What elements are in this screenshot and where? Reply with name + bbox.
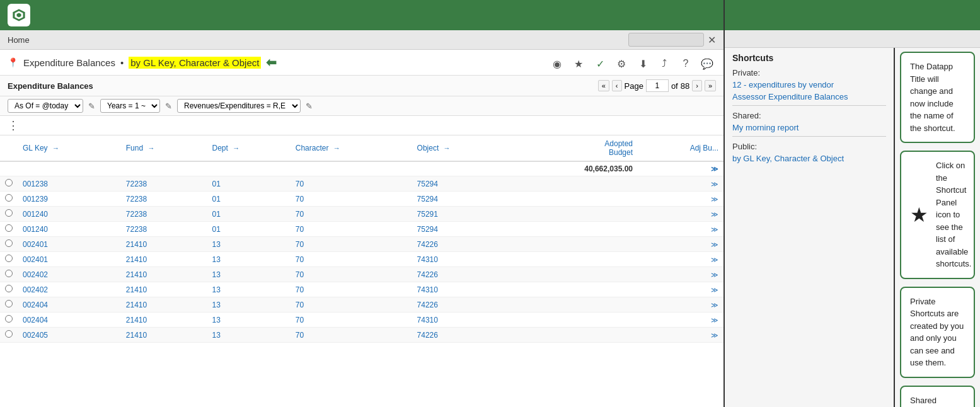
gl-key-sort-icon[interactable]: →	[52, 144, 59, 152]
row-dept-4[interactable]: 13	[207, 237, 290, 252]
th-gl-key[interactable]: GL Key →	[18, 135, 121, 161]
row-expand-3[interactable]: ≫	[638, 222, 723, 237]
row-gl-key-10[interactable]: 002405	[18, 328, 121, 343]
comment-icon-btn[interactable]: 💬	[698, 55, 716, 72]
row-character-2[interactable]: 70	[291, 207, 412, 222]
download-icon-btn[interactable]: ⬇	[634, 55, 652, 72]
th-object[interactable]: Object →	[412, 135, 509, 161]
row-dept-8[interactable]: 13	[207, 297, 290, 312]
row-radio-7[interactable]	[0, 282, 18, 297]
app-logo[interactable]	[8, 4, 30, 26]
row-object-7[interactable]: 74310	[412, 282, 509, 297]
row-expand-7[interactable]: ≫	[638, 282, 723, 297]
row-gl-key-8[interactable]: 002404	[18, 297, 121, 312]
row-radio-9[interactable]	[0, 312, 18, 328]
row-gl-key-4[interactable]: 002401	[18, 237, 121, 252]
row-character-4[interactable]: 70	[291, 237, 412, 252]
gear-icon-btn[interactable]: ⚙	[613, 55, 630, 72]
th-adj-budget[interactable]: Adj Bu...	[638, 135, 723, 161]
next-page-btn[interactable]: ›	[692, 80, 702, 91]
object-sort-icon[interactable]: →	[444, 144, 451, 152]
row-object-5[interactable]: 74310	[412, 252, 509, 267]
row-object-10[interactable]: 74226	[412, 328, 509, 343]
row-expand-10[interactable]: ≫	[638, 328, 723, 343]
row-fund-1[interactable]: 72238	[121, 192, 207, 207]
row-dept-1[interactable]: 01	[207, 192, 290, 207]
check-icon-btn[interactable]: ✓	[591, 55, 609, 72]
row-object-1[interactable]: 75294	[412, 192, 509, 207]
row-dept-7[interactable]: 13	[207, 282, 290, 297]
row-dept-6[interactable]: 13	[207, 267, 290, 282]
row-dept-5[interactable]: 13	[207, 252, 290, 267]
th-fund[interactable]: Fund →	[121, 135, 207, 161]
row-character-9[interactable]: 70	[291, 312, 412, 328]
row-expand-0[interactable]: ≫	[638, 176, 723, 192]
first-page-btn[interactable]: «	[598, 80, 609, 91]
row-expand-6[interactable]: ≫	[638, 267, 723, 282]
row-dept-3[interactable]: 01	[207, 222, 290, 237]
row-radio-6[interactable]	[0, 267, 18, 282]
character-sort-icon[interactable]: →	[333, 144, 340, 152]
row-object-6[interactable]: 74226	[412, 267, 509, 282]
row-fund-5[interactable]: 21410	[121, 252, 207, 267]
shortcut-assessor[interactable]: Assessor Expenditure Balances	[725, 91, 894, 103]
row-expand-8[interactable]: ≫	[638, 297, 723, 312]
row-expand-2[interactable]: ≫	[638, 207, 723, 222]
row-radio-5[interactable]	[0, 252, 18, 267]
row-object-0[interactable]: 75294	[412, 176, 509, 192]
fund-sort-icon[interactable]: →	[147, 144, 154, 152]
row-expand-9[interactable]: ≫	[638, 312, 723, 328]
page-input[interactable]: 1	[646, 79, 669, 92]
th-dept[interactable]: Dept →	[207, 135, 290, 161]
row-gl-key-0[interactable]: 001238	[18, 176, 121, 192]
years-edit-icon[interactable]: ✎	[165, 101, 172, 111]
row-gl-key-3[interactable]: 001240	[18, 222, 121, 237]
row-fund-8[interactable]: 21410	[121, 297, 207, 312]
row-object-9[interactable]: 74310	[412, 312, 509, 328]
shortcut-morning-report[interactable]: My morning report	[725, 122, 894, 134]
row-character-3[interactable]: 70	[291, 222, 412, 237]
prev-page-btn[interactable]: ‹	[612, 80, 622, 91]
row-gl-key-9[interactable]: 002404	[18, 312, 121, 328]
row-radio-1[interactable]	[0, 192, 18, 207]
row-radio-8[interactable]	[0, 297, 18, 312]
row-radio-3[interactable]	[0, 222, 18, 237]
row-fund-3[interactable]: 72238	[121, 222, 207, 237]
row-object-8[interactable]: 74226	[412, 297, 509, 312]
row-expand-1[interactable]: ≫	[638, 192, 723, 207]
help-icon-btn[interactable]: ?	[677, 55, 695, 72]
last-page-btn[interactable]: »	[705, 80, 716, 91]
row-radio-2[interactable]	[0, 207, 18, 222]
dots-menu-icon[interactable]: ⋮	[8, 119, 20, 132]
nav-icon-btn[interactable]: ◉	[548, 55, 566, 72]
table-wrapper[interactable]: GL Key → Fund → Dept → Character	[0, 135, 723, 407]
row-gl-key-6[interactable]: 002402	[18, 267, 121, 282]
total-expand[interactable]: ≫	[711, 165, 718, 173]
row-character-0[interactable]: 70	[291, 176, 412, 192]
rev-exp-edit-icon[interactable]: ✎	[306, 101, 313, 111]
row-fund-4[interactable]: 21410	[121, 237, 207, 252]
row-fund-0[interactable]: 72238	[121, 176, 207, 192]
row-character-7[interactable]: 70	[291, 282, 412, 297]
dept-sort-icon[interactable]: →	[233, 144, 239, 152]
row-character-10[interactable]: 70	[291, 328, 412, 343]
row-gl-key-1[interactable]: 001239	[18, 192, 121, 207]
row-fund-10[interactable]: 21410	[121, 328, 207, 343]
window-close-icon[interactable]: ✕	[708, 34, 716, 46]
years-filter[interactable]: Years = 1 ~	[100, 99, 160, 113]
row-expand-5[interactable]: ≫	[638, 252, 723, 267]
row-character-5[interactable]: 70	[291, 252, 412, 267]
row-gl-key-2[interactable]: 001240	[18, 207, 121, 222]
home-label[interactable]: Home	[8, 35, 30, 45]
row-character-1[interactable]: 70	[291, 192, 412, 207]
row-object-2[interactable]: 75291	[412, 207, 509, 222]
as-of-edit-icon[interactable]: ✎	[88, 101, 95, 111]
share-icon-btn[interactable]: ⤴	[655, 55, 673, 72]
row-character-6[interactable]: 70	[291, 267, 412, 282]
row-radio-0[interactable]	[0, 176, 18, 192]
as-of-filter[interactable]: As Of = @today	[8, 99, 83, 113]
star-icon-btn[interactable]: ★	[570, 55, 587, 72]
th-adopted-budget[interactable]: AdoptedBudget	[509, 135, 638, 161]
rev-exp-filter[interactable]: Revenues/Expenditures = R,E	[177, 99, 301, 113]
row-dept-0[interactable]: 01	[207, 176, 290, 192]
